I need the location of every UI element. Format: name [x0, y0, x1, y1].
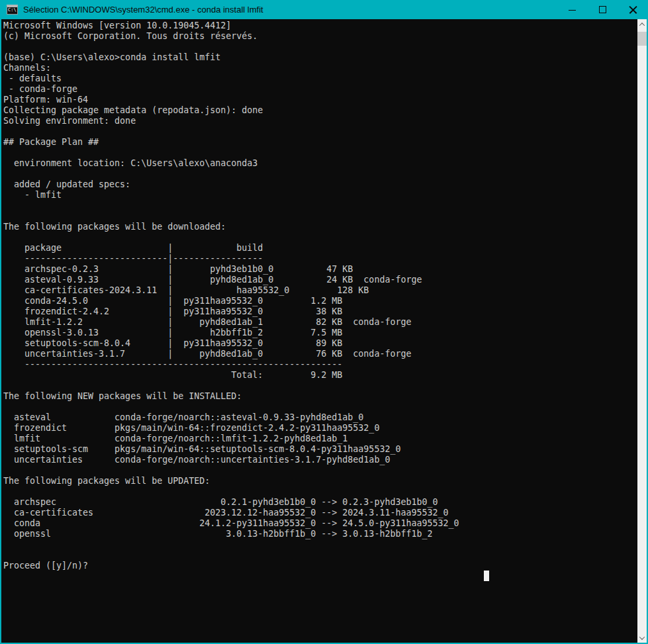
window-title: Sélection C:\WINDOWS\system32\cmd.exe - … [23, 5, 557, 15]
maximize-button[interactable] [587, 0, 618, 19]
minimize-icon [569, 10, 576, 11]
chevron-up-icon [639, 23, 645, 28]
window-controls [557, 0, 648, 19]
maximize-icon [599, 6, 606, 13]
text-cursor [484, 571, 489, 581]
scrollbar-up-button[interactable] [637, 19, 647, 29]
title-bar[interactable]: C:\ Sélection C:\WINDOWS\system32\cmd.ex… [0, 0, 648, 19]
scrollbar[interactable] [637, 19, 647, 643]
terminal-text: Microsoft Windows [version 10.0.19045.44… [3, 21, 637, 571]
console-output[interactable]: Microsoft Windows [version 10.0.19045.44… [1, 19, 637, 643]
scrollbar-down-button[interactable] [637, 633, 647, 643]
cmd-window: C:\ Sélection C:\WINDOWS\system32\cmd.ex… [0, 0, 648, 644]
chevron-down-icon [639, 634, 645, 639]
close-button[interactable] [618, 0, 648, 19]
minimize-button[interactable] [557, 0, 587, 19]
scrollbar-thumb[interactable] [637, 32, 647, 46]
cmd-icon[interactable]: C:\ [7, 5, 18, 15]
close-icon [629, 5, 637, 14]
